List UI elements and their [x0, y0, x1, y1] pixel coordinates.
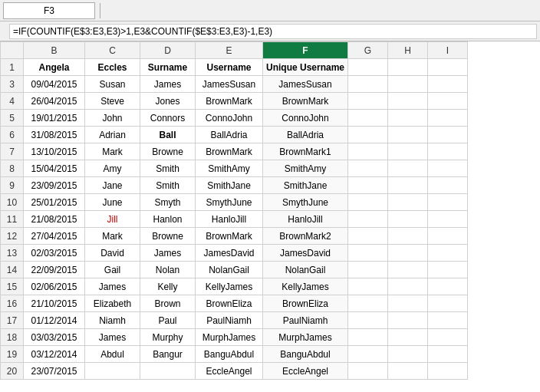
cell-H[interactable]	[388, 127, 428, 143]
cell-G[interactable]	[348, 93, 388, 110]
cell-C[interactable]: Mark	[85, 143, 140, 160]
cell-E[interactable]: JamesSusan	[196, 76, 263, 93]
cell-C[interactable]: June	[85, 194, 140, 211]
cell-B[interactable]: 23/07/2015	[24, 363, 85, 380]
cell-B[interactable]: 03/12/2014	[24, 346, 85, 363]
cell-I[interactable]	[428, 346, 468, 363]
cell-H[interactable]	[388, 262, 428, 278]
cell-G[interactable]	[348, 177, 388, 194]
cell-I[interactable]	[428, 278, 468, 295]
col-header-E[interactable]: E	[196, 42, 263, 59]
cell-D[interactable]: Kelly	[140, 278, 196, 295]
cell-H[interactable]	[388, 245, 428, 262]
cell-F[interactable]: ConnoJohn	[263, 110, 348, 127]
cell-C[interactable]: Abdul	[85, 346, 140, 363]
cell-F[interactable]: BanguAbdul	[263, 346, 348, 363]
cell-I[interactable]	[428, 245, 468, 262]
col-header-I[interactable]: I	[428, 42, 468, 59]
cell-D[interactable]: Nolan	[140, 262, 196, 278]
cell-D[interactable]: Browne	[140, 143, 196, 160]
cell-D[interactable]: Browne	[140, 228, 196, 245]
cell-E[interactable]: MurphJames	[196, 329, 263, 346]
cell-D[interactable]: Smith	[140, 160, 196, 177]
cell-H[interactable]	[388, 211, 428, 228]
cell-B[interactable]: 19/01/2015	[24, 110, 85, 127]
cell-I[interactable]	[428, 295, 468, 312]
cell-E[interactable]: SmithJane	[196, 177, 263, 194]
cell-E[interactable]: BrownMark	[196, 143, 263, 160]
cell-D[interactable]: Smyth	[140, 194, 196, 211]
cell-B[interactable]: 21/08/2015	[24, 211, 85, 228]
cell-D[interactable]: Connors	[140, 110, 196, 127]
cell-C[interactable]	[85, 363, 140, 380]
cell-C[interactable]: Niamh	[85, 312, 140, 329]
cell-I[interactable]	[428, 93, 468, 110]
cell-D[interactable]: Paul	[140, 312, 196, 329]
cell-B[interactable]: 13/10/2015	[24, 143, 85, 160]
cell-E[interactable]: BanguAbdul	[196, 346, 263, 363]
cell-B[interactable]: 21/10/2015	[24, 295, 85, 312]
cell-F[interactable]: EccleAngel	[263, 363, 348, 380]
cell-C[interactable]: Mark	[85, 228, 140, 245]
cell-G[interactable]	[348, 346, 388, 363]
cell-F[interactable]: BrownMark	[263, 93, 348, 110]
cell-D[interactable]: Murphy	[140, 329, 196, 346]
cell-F[interactable]: Unique Username	[263, 59, 348, 76]
cell-D[interactable]: Surname	[140, 59, 196, 76]
cell-C[interactable]: Adrian	[85, 127, 140, 143]
cell-F[interactable]: JamesSusan	[263, 76, 348, 93]
cell-E[interactable]: KellyJames	[196, 278, 263, 295]
cell-I[interactable]	[428, 194, 468, 211]
cell-E[interactable]: SmythJune	[196, 194, 263, 211]
cell-H[interactable]	[388, 278, 428, 295]
cell-H[interactable]	[388, 59, 428, 76]
cell-G[interactable]	[348, 110, 388, 127]
cell-D[interactable]: James	[140, 245, 196, 262]
cell-C[interactable]: Eccles	[85, 59, 140, 76]
cell-C[interactable]: Elizabeth	[85, 295, 140, 312]
cell-F[interactable]: PaulNiamh	[263, 312, 348, 329]
cell-D[interactable]: Bangur	[140, 346, 196, 363]
cell-H[interactable]	[388, 295, 428, 312]
cell-B[interactable]: 02/06/2015	[24, 278, 85, 295]
cell-F[interactable]: NolanGail	[263, 262, 348, 278]
cell-F[interactable]: SmythJune	[263, 194, 348, 211]
cell-G[interactable]	[348, 278, 388, 295]
cell-F[interactable]: JamesDavid	[263, 245, 348, 262]
cell-I[interactable]	[428, 160, 468, 177]
cell-E[interactable]: BrownMark	[196, 228, 263, 245]
cell-D[interactable]: Smith	[140, 177, 196, 194]
cell-D[interactable]: Ball	[140, 127, 196, 143]
cell-F[interactable]: MurphJames	[263, 329, 348, 346]
cell-C[interactable]: Susan	[85, 76, 140, 93]
cell-I[interactable]	[428, 59, 468, 76]
cell-B[interactable]: 03/03/2015	[24, 329, 85, 346]
col-header-B[interactable]: B	[24, 42, 85, 59]
cell-C[interactable]: James	[85, 278, 140, 295]
cell-H[interactable]	[388, 143, 428, 160]
col-header-G[interactable]: G	[348, 42, 388, 59]
cell-H[interactable]	[388, 312, 428, 329]
cell-F[interactable]: KellyJames	[263, 278, 348, 295]
cell-G[interactable]	[348, 228, 388, 245]
cell-E[interactable]: ConnoJohn	[196, 110, 263, 127]
cell-G[interactable]	[348, 312, 388, 329]
cell-F[interactable]: BrownEliza	[263, 295, 348, 312]
cell-D[interactable]: Brown	[140, 295, 196, 312]
cell-D[interactable]: Jones	[140, 93, 196, 110]
cell-B[interactable]: 15/04/2015	[24, 160, 85, 177]
cell-D[interactable]: Hanlon	[140, 211, 196, 228]
cell-E[interactable]: BrownMark	[196, 93, 263, 110]
name-box[interactable]	[3, 2, 95, 19]
cell-G[interactable]	[348, 194, 388, 211]
cell-D[interactable]	[140, 363, 196, 380]
cell-E[interactable]: PaulNiamh	[196, 312, 263, 329]
cell-I[interactable]	[428, 127, 468, 143]
cell-C[interactable]: Amy	[85, 160, 140, 177]
cell-B[interactable]: 23/09/2015	[24, 177, 85, 194]
cell-I[interactable]	[428, 110, 468, 127]
cell-G[interactable]	[348, 143, 388, 160]
cell-D[interactable]: James	[140, 76, 196, 93]
cell-B[interactable]: 01/12/2014	[24, 312, 85, 329]
cell-C[interactable]: David	[85, 245, 140, 262]
